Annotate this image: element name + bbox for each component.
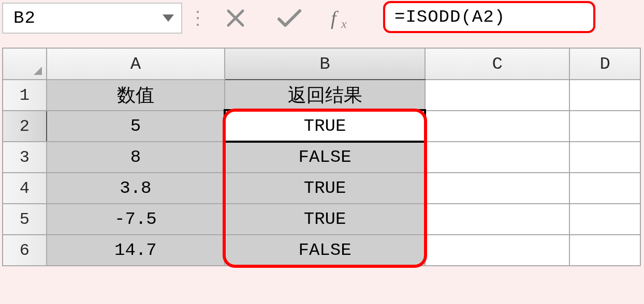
row-header-6[interactable]: 6	[3, 235, 47, 266]
cell-B2[interactable]: TRUE	[225, 111, 425, 142]
svg-text:f: f	[331, 7, 339, 29]
cancel-icon[interactable]	[217, 5, 254, 31]
formula-text: =ISODD(A2)	[394, 7, 505, 27]
cell-D5[interactable]	[569, 204, 640, 235]
cell-A1[interactable]: 数值	[47, 80, 225, 111]
cell-A2[interactable]: 5	[47, 111, 225, 142]
row-header-4[interactable]: 4	[3, 173, 47, 204]
cell-B1[interactable]: 返回结果	[225, 80, 425, 111]
select-all-corner[interactable]	[3, 49, 47, 80]
col-header-D[interactable]: D	[569, 49, 640, 80]
cell-A4[interactable]: 3.8	[47, 173, 225, 204]
spreadsheet: A B C D 1 数值 返回结果 2 5 TRUE	[0, 48, 644, 266]
cell-D3[interactable]	[569, 142, 640, 173]
cell-C6[interactable]	[425, 235, 569, 266]
cell-D1[interactable]	[569, 80, 640, 111]
formula-input[interactable]: =ISODD(A2)	[383, 1, 595, 33]
row-header-1[interactable]: 1	[3, 80, 47, 111]
svg-text:x: x	[341, 17, 347, 29]
cell-C1[interactable]	[425, 80, 569, 111]
name-box[interactable]: B2	[2, 3, 182, 34]
col-header-C[interactable]: C	[425, 49, 569, 80]
row-header-3[interactable]: 3	[3, 142, 47, 173]
row-header-5[interactable]: 5	[3, 204, 47, 235]
cell-B6[interactable]: FALSE	[225, 235, 425, 266]
name-box-value: B2	[13, 8, 36, 28]
cell-C5[interactable]	[425, 204, 569, 235]
col-header-B[interactable]: B	[225, 49, 425, 80]
cell-A3[interactable]: 8	[47, 142, 225, 173]
svg-marker-0	[163, 14, 174, 22]
cell-B3[interactable]: FALSE	[225, 142, 425, 173]
formula-bar-buttons: f x	[213, 1, 371, 35]
cell-D4[interactable]	[569, 173, 640, 204]
confirm-icon[interactable]	[271, 5, 308, 31]
grid-table[interactable]: A B C D 1 数值 返回结果 2 5 TRUE	[3, 49, 641, 266]
cell-A6[interactable]: 14.7	[47, 235, 225, 266]
formula-bar-drag-handle[interactable]: ⋮	[182, 1, 213, 35]
cell-C3[interactable]	[425, 142, 569, 173]
cell-C2[interactable]	[425, 111, 569, 142]
col-header-A[interactable]: A	[47, 49, 225, 80]
cell-D2[interactable]	[569, 111, 640, 142]
cell-B5[interactable]: TRUE	[225, 204, 425, 235]
cell-C4[interactable]	[425, 173, 569, 204]
insert-function-icon[interactable]: f x	[325, 5, 361, 31]
formula-bar: B2 ⋮ f x =ISODD(A2)	[2, 1, 641, 35]
row-header-2[interactable]: 2	[3, 111, 47, 142]
cell-B4[interactable]: TRUE	[225, 173, 425, 204]
cell-D6[interactable]	[569, 235, 640, 266]
cell-A5[interactable]: -7.5	[47, 204, 225, 235]
name-box-dropdown-icon[interactable]	[163, 14, 174, 22]
